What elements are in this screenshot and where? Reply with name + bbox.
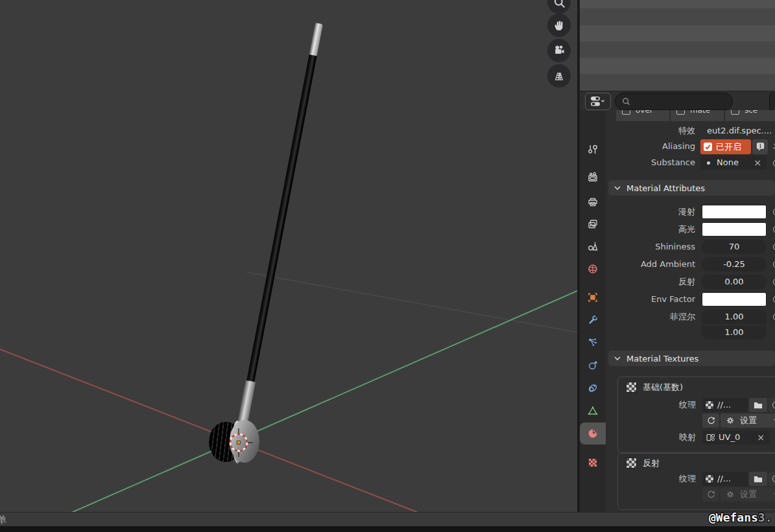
zoom-icon bbox=[553, 0, 566, 8]
env-factor-decorator[interactable] bbox=[769, 292, 775, 306]
outliner-row[interactable] bbox=[580, 41, 775, 58]
aliasing-toggle-label: 已开启 bbox=[716, 141, 741, 153]
folder-icon bbox=[753, 400, 763, 410]
aliasing-info-button[interactable] bbox=[752, 139, 768, 154]
texture-settings-button[interactable]: 设置 bbox=[721, 487, 775, 502]
section-material-attributes[interactable]: Material Attributes bbox=[608, 180, 775, 196]
tab-object[interactable] bbox=[580, 286, 606, 308]
shininess-label: Shininess bbox=[606, 240, 695, 254]
diffuse-decorator[interactable] bbox=[769, 205, 775, 219]
checker-thumb-icon bbox=[626, 382, 637, 393]
physics-icon bbox=[587, 360, 599, 371]
texture-settings-button[interactable]: 设置 bbox=[721, 413, 775, 428]
zoom-gizmo-button[interactable] bbox=[547, 0, 571, 14]
fresnel-label: 菲涅尔 bbox=[606, 310, 695, 324]
texture-panel-title[interactable]: 基础(基数) bbox=[643, 380, 683, 395]
mapping-field[interactable]: UV_0 × bbox=[702, 430, 770, 445]
texture-decorator[interactable] bbox=[769, 472, 775, 486]
outliner-row[interactable] bbox=[580, 58, 775, 74]
tab-physics[interactable] bbox=[580, 354, 606, 376]
material-icon bbox=[587, 428, 599, 439]
tab-constraints[interactable] bbox=[580, 377, 606, 399]
reflection-decorator[interactable] bbox=[769, 275, 775, 289]
tab-world[interactable] bbox=[580, 258, 606, 280]
fresnel-field-2[interactable]: 1.00 bbox=[702, 325, 767, 340]
texture-file-field[interactable]: //... bbox=[702, 398, 748, 412]
checkbox-icon[interactable] bbox=[676, 110, 685, 115]
aliasing-import-button[interactable] bbox=[770, 139, 775, 154]
env-factor-swatch[interactable] bbox=[702, 292, 767, 306]
clipped-tab-row: over mate sce bbox=[616, 110, 775, 121]
substance-extra-button[interactable] bbox=[769, 156, 775, 170]
tab-view-layer[interactable] bbox=[580, 213, 606, 235]
ortho-gizmo-button[interactable] bbox=[547, 64, 571, 87]
object-data-icon bbox=[587, 405, 599, 417]
outliner-row[interactable] bbox=[580, 25, 775, 41]
aliasing-toggle-button[interactable]: 已开启 bbox=[700, 139, 751, 154]
tab-scene[interactable] bbox=[580, 235, 606, 257]
scene-icon bbox=[587, 240, 599, 252]
tab-output[interactable] bbox=[580, 191, 606, 213]
clipped-tab-label: mate bbox=[690, 110, 710, 115]
camera-gizmo-button[interactable] bbox=[547, 39, 571, 62]
datablock-dot-icon bbox=[707, 161, 710, 165]
viewport-3d[interactable] bbox=[0, 0, 577, 512]
shininess-field[interactable]: 70 bbox=[702, 240, 767, 254]
texture-panel-title[interactable]: 反射 bbox=[643, 456, 660, 470]
clipped-tab-mate[interactable]: mate bbox=[671, 110, 724, 121]
diffuse-color-swatch[interactable] bbox=[702, 205, 767, 219]
checker-thumb-icon bbox=[626, 457, 637, 468]
check-icon bbox=[704, 143, 711, 150]
statusbar-menu-partial[interactable]: 单 bbox=[0, 514, 6, 526]
reflection-field[interactable]: 0.00 bbox=[702, 275, 767, 289]
checkbox-icon[interactable] bbox=[731, 110, 739, 115]
rod-object[interactable] bbox=[239, 23, 323, 423]
chevron-down-icon bbox=[614, 356, 621, 361]
fresnel-decorator[interactable] bbox=[769, 310, 775, 324]
tab-modifiers[interactable] bbox=[580, 309, 606, 331]
outliner-row[interactable] bbox=[580, 0, 775, 8]
header-cutoff-field[interactable] bbox=[769, 93, 775, 111]
env-factor-label: Env Factor bbox=[606, 292, 695, 306]
texture-folder-button[interactable] bbox=[749, 398, 767, 412]
texture-file-field[interactable]: //... bbox=[702, 472, 748, 486]
texture-folder-button[interactable] bbox=[749, 472, 767, 486]
tab-particles[interactable] bbox=[580, 332, 606, 354]
substance-clear-button[interactable]: × bbox=[754, 156, 761, 170]
decorator-circle-icon bbox=[772, 401, 775, 409]
specular-decorator[interactable] bbox=[769, 222, 775, 237]
editor-type-button[interactable] bbox=[585, 93, 611, 110]
fresnel-field-1[interactable]: 1.00 bbox=[702, 310, 767, 324]
tab-object-data[interactable] bbox=[580, 400, 606, 422]
tab-render[interactable] bbox=[580, 167, 606, 189]
world-icon bbox=[587, 263, 599, 275]
texture-decorator[interactable] bbox=[769, 398, 775, 412]
tab-texture[interactable] bbox=[580, 452, 606, 474]
clipped-tab-sce[interactable]: sce bbox=[725, 110, 775, 121]
pan-hand-icon bbox=[553, 19, 566, 32]
section-material-textures[interactable]: Material Textures bbox=[608, 351, 775, 366]
add-ambient-field[interactable]: -0.25 bbox=[702, 257, 767, 272]
shininess-decorator[interactable] bbox=[769, 240, 775, 254]
texture-refresh-button[interactable] bbox=[702, 487, 719, 502]
pan-gizmo-button[interactable] bbox=[547, 14, 571, 37]
outliner-row[interactable] bbox=[580, 8, 775, 25]
tab-tool[interactable] bbox=[580, 139, 606, 161]
diffuse-label: 漫射 bbox=[606, 205, 695, 219]
app-window: over mate sce bbox=[0, 0, 775, 532]
mapping-clear-button[interactable]: × bbox=[757, 430, 765, 445]
specular-color-swatch[interactable] bbox=[702, 222, 767, 237]
fx-value[interactable]: eut2.dif.spec.... bbox=[707, 124, 772, 138]
add-ambient-decorator[interactable] bbox=[769, 257, 775, 272]
texture-label: 纹理 bbox=[618, 472, 696, 486]
texture-thumb-icon bbox=[705, 474, 714, 483]
tab-material[interactable] bbox=[580, 422, 606, 445]
search-input[interactable] bbox=[615, 93, 733, 110]
outliner-row[interactable] bbox=[580, 74, 775, 91]
aliasing-checkbox[interactable] bbox=[704, 143, 712, 151]
texture-refresh-button[interactable] bbox=[702, 413, 719, 428]
uv-icon bbox=[706, 433, 715, 443]
checkbox-icon[interactable] bbox=[622, 110, 630, 115]
clipped-tab-over[interactable]: over bbox=[616, 110, 669, 121]
substance-dropdown[interactable]: None × bbox=[700, 156, 767, 170]
